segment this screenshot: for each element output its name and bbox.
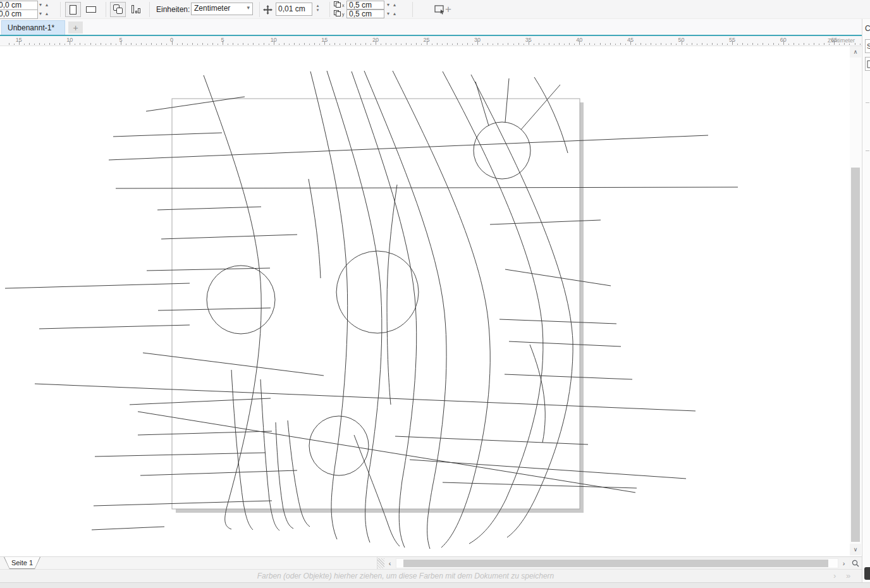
- ruler-halftick: [666, 44, 666, 45]
- ruler-tick: [437, 43, 438, 45]
- ruler-halftick: [849, 44, 850, 45]
- ruler-halftick: [24, 44, 25, 45]
- page-tab-seite1[interactable]: Seite 1: [4, 557, 40, 569]
- ruler-number: 50: [678, 37, 684, 43]
- ruler-tick: [600, 43, 601, 45]
- art-curve[interactable]: [5, 283, 190, 288]
- ruler-tick: [294, 43, 295, 45]
- nudge-spinner[interactable]: ▴▾: [314, 3, 322, 12]
- ruler-tick: [141, 43, 142, 45]
- document-tab-active[interactable]: Unbenannt-1*: [1, 20, 65, 35]
- ruler-tick: [365, 43, 366, 45]
- scroll-left-button[interactable]: ‹: [384, 558, 395, 568]
- ruler-halftick: [54, 44, 55, 45]
- ruler-tick: [793, 43, 794, 45]
- ruler-tick: [243, 43, 243, 45]
- nudge-field[interactable]: 0,01 cm: [276, 3, 312, 16]
- object-x-field[interactable]: 0,0 cm: [0, 1, 38, 10]
- ruler-halftick: [391, 44, 391, 45]
- object-x-spinner[interactable]: ▾▴: [39, 2, 52, 8]
- docker-partial-page-button[interactable]: [865, 57, 870, 71]
- ruler-tick: [712, 43, 713, 45]
- artwork-svg[interactable]: [0, 46, 850, 556]
- landscape-button[interactable]: [83, 2, 99, 17]
- all-pages-button[interactable]: [110, 2, 126, 17]
- ruler-halftick: [554, 44, 554, 45]
- ruler-halftick: [757, 44, 758, 45]
- ruler-halftick: [228, 44, 228, 45]
- ruler-number: 20: [372, 37, 379, 43]
- current-page-button[interactable]: [128, 2, 144, 17]
- ruler-tick: [49, 43, 50, 45]
- ruler-halftick: [329, 44, 330, 45]
- tab-scroll-grip[interactable]: [377, 558, 384, 568]
- status-overflow-icon[interactable]: »: [846, 571, 850, 580]
- ruler-tick: [192, 43, 193, 45]
- ruler-halftick: [421, 44, 422, 45]
- horizontal-scrollbar[interactable]: [396, 558, 838, 568]
- art-curve[interactable]: [92, 527, 164, 530]
- ruler-halftick: [371, 44, 371, 45]
- ruler-tick: [90, 43, 91, 45]
- new-document-tab-button[interactable]: +: [68, 21, 83, 34]
- ruler-halftick: [381, 44, 381, 45]
- duplicate-x-spinner[interactable]: ▾▴: [387, 2, 400, 8]
- ruler-tick: [752, 43, 753, 45]
- duplicate-y-spinner[interactable]: ▾▴: [387, 11, 400, 16]
- ruler-tick: [773, 43, 774, 45]
- document-tab-bar: Unbenannt-1* +: [0, 19, 862, 35]
- ruler-halftick: [625, 44, 626, 45]
- ruler-tick: [284, 43, 285, 45]
- vertical-scrollbar-thumb[interactable]: [851, 168, 860, 542]
- horizontal-ruler[interactable]: Zentimeter 15105051015202530354045505560…: [0, 36, 862, 46]
- scroll-right-button[interactable]: ›: [838, 558, 849, 568]
- vertical-scrollbar[interactable]: ∧ ∨: [850, 46, 861, 556]
- ruler-halftick: [513, 44, 514, 45]
- ruler-halftick: [493, 44, 493, 45]
- ruler-number: 15: [16, 37, 22, 43]
- add-property-button[interactable]: +: [445, 4, 451, 15]
- ruler-tick: [416, 43, 417, 45]
- ruler-halftick: [788, 44, 789, 45]
- ruler-halftick: [524, 44, 524, 45]
- ruler-tick: [804, 43, 804, 45]
- ruler-number: 45: [627, 37, 634, 43]
- duplicate-y-field[interactable]: 0,5 cm: [346, 9, 384, 18]
- ruler-halftick: [727, 44, 728, 45]
- ruler-tick: [182, 43, 183, 45]
- page-border: [172, 99, 580, 509]
- ruler-tick: [457, 43, 458, 45]
- docker-partial-button-s[interactable]: S: [865, 39, 870, 53]
- ruler-halftick: [269, 44, 269, 45]
- status-bar: Farben (oder Objekte) hierher ziehen, um…: [0, 569, 862, 582]
- art-curve[interactable]: [39, 325, 190, 329]
- ruler-tick: [518, 43, 519, 45]
- drawing-canvas[interactable]: [0, 46, 850, 556]
- ruler-halftick: [442, 44, 443, 45]
- ruler-number: 30: [474, 37, 481, 43]
- ruler-tick: [549, 43, 549, 45]
- object-y-field[interactable]: 0,0 cm: [0, 9, 38, 19]
- ruler-halftick: [829, 44, 830, 45]
- ruler-tick: [539, 43, 539, 45]
- units-dropdown[interactable]: Zentimeter▾: [191, 3, 253, 15]
- zoom-area-button[interactable]: [850, 558, 861, 568]
- duplicate-x-field[interactable]: 0,5 cm: [346, 1, 384, 9]
- ruler-tick: [111, 43, 111, 45]
- ruler-halftick: [187, 44, 188, 45]
- portrait-button[interactable]: [65, 2, 81, 17]
- ruler-halftick: [584, 44, 585, 45]
- object-y-spinner[interactable]: ▾▴: [39, 11, 52, 16]
- ruler-halftick: [432, 44, 432, 45]
- ruler-halftick: [809, 44, 809, 45]
- scroll-down-button[interactable]: ∨: [850, 544, 861, 555]
- ruler-halftick: [116, 44, 116, 45]
- ruler-halftick: [615, 44, 616, 45]
- scroll-up-button[interactable]: ∧: [850, 46, 861, 58]
- ruler-halftick: [594, 44, 595, 45]
- status-chevron-icon[interactable]: ›: [833, 571, 836, 580]
- ruler-tick: [610, 43, 611, 45]
- palette-flyout-icon[interactable]: [864, 567, 870, 580]
- duplicate-x-icon: x: [334, 1, 344, 9]
- horizontal-scrollbar-thumb[interactable]: [403, 560, 828, 567]
